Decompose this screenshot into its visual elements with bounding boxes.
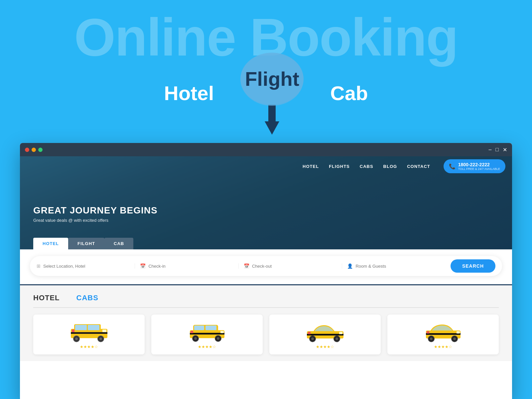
svg-rect-37 [427, 331, 429, 333]
svg-rect-21 [191, 331, 193, 333]
checkout-input[interactable] [252, 264, 337, 269]
phone-icon: 📞 [449, 163, 456, 170]
rooms-input[interactable] [355, 264, 440, 269]
phone-number: 1800-222-2222 [458, 162, 500, 167]
category-options: Hotel Flight Cab [164, 52, 368, 135]
tab-flight[interactable]: FILGHT [68, 238, 104, 249]
tab-cab[interactable]: CAB [104, 238, 133, 249]
bottom-section: HOTEL CABS [20, 285, 512, 361]
hero-section: HOTEL FLIGHTS CABS BLOG CONTACT 📞 1800-2… [20, 156, 512, 249]
hero-subtitle: Great value deals @ with excited offers [33, 218, 158, 223]
checkin-field[interactable]: 📅 [140, 263, 238, 269]
svg-rect-10 [72, 330, 74, 332]
rooms-field[interactable]: 👤 [347, 263, 445, 269]
checkin-input[interactable] [148, 264, 233, 269]
browser-window: – □ ✕ HOTEL FLIGHTS CABS BLOG CONTACT 📞 [20, 143, 512, 399]
dot-minimize[interactable] [32, 148, 36, 152]
svg-rect-2 [75, 325, 87, 330]
search-bar: ⊞ 📅 📅 👤 SEARCH [20, 249, 512, 285]
car-image-compact [423, 320, 463, 343]
car-image-sedan [305, 320, 345, 343]
section-tab-hotel[interactable]: HOTEL [33, 294, 60, 302]
category-hotel[interactable]: Hotel [164, 82, 214, 105]
car-stars-compact: ★★★★☆ [434, 344, 452, 349]
category-selector: Hotel Flight Cab [0, 0, 532, 143]
svg-rect-9 [102, 330, 106, 332]
svg-point-24 [311, 337, 314, 340]
minimize-icon[interactable]: – [488, 147, 491, 153]
rooms-icon: 👤 [347, 263, 353, 269]
svg-rect-3 [88, 325, 99, 330]
browser-chrome: – □ ✕ [20, 143, 512, 156]
booking-tabs: HOTEL FILGHT CAB [33, 238, 133, 249]
cars-grid: ★★★★☆ [33, 315, 499, 354]
phone-button[interactable]: 📞 1800-222-2222 TOLL FREE & 24/7 AVAILAB… [444, 159, 505, 173]
car-card-suv[interactable]: ★★★★☆ [151, 315, 263, 354]
toll-free-text: TOLL FREE & 24/7 AVAILABLE [458, 167, 500, 171]
search-fields: ⊞ 📅 📅 👤 SEARCH [30, 256, 502, 276]
arrow-shaft [268, 105, 276, 121]
svg-rect-27 [307, 334, 343, 335]
section-tab-cabs[interactable]: CABS [76, 294, 98, 302]
svg-rect-36 [457, 331, 460, 333]
car-stars-suv: ★★★★☆ [198, 344, 216, 349]
svg-point-18 [217, 337, 219, 340]
svg-rect-13 [194, 326, 204, 330]
svg-point-7 [99, 337, 102, 340]
car-stars-sedan: ★★★★☆ [316, 344, 334, 349]
hero-text: GREAT JOURNEY BEGINS Great value deals @… [33, 205, 158, 223]
nav-hotel[interactable]: HOTEL [303, 164, 319, 169]
car-image-suv [187, 320, 227, 343]
location-field[interactable]: ⊞ [37, 263, 135, 269]
svg-point-34 [453, 337, 456, 340]
svg-point-26 [335, 337, 338, 340]
location-icon: ⊞ [37, 263, 41, 269]
hero-title: GREAT JOURNEY BEGINS [33, 205, 158, 216]
browser-dots [25, 148, 43, 152]
svg-point-16 [194, 337, 197, 340]
category-flight-container: Flight [240, 53, 304, 135]
svg-point-5 [75, 337, 78, 340]
arrow-head [265, 121, 279, 135]
checkin-icon: 📅 [140, 263, 146, 269]
restore-icon[interactable]: □ [495, 147, 499, 153]
category-cab[interactable]: Cab [330, 82, 368, 105]
search-button[interactable]: SEARCH [451, 259, 495, 273]
svg-rect-20 [220, 331, 224, 333]
car-image-van [69, 320, 109, 343]
dot-maximize[interactable] [38, 148, 43, 152]
nav-contact[interactable]: CONTACT [407, 164, 430, 169]
tab-hotel[interactable]: HOTEL [33, 238, 68, 249]
svg-rect-19 [190, 333, 224, 334]
section-tabs: HOTEL CABS [33, 294, 499, 308]
svg-rect-8 [71, 332, 107, 334]
navigation: HOTEL FLIGHTS CABS BLOG CONTACT 📞 1800-2… [20, 156, 512, 176]
svg-rect-29 [308, 332, 311, 334]
nav-links: HOTEL FLIGHTS CABS BLOG CONTACT 📞 1800-2… [303, 159, 505, 173]
close-icon[interactable]: ✕ [503, 147, 507, 153]
flight-pin-circle: Flight [240, 53, 304, 105]
car-card-sedan[interactable]: ★★★★☆ [269, 315, 381, 354]
checkout-icon: 📅 [244, 263, 249, 269]
svg-rect-14 [205, 326, 216, 330]
nav-flights[interactable]: FLIGHTS [329, 164, 350, 169]
car-card-compact[interactable]: ★★★★☆ [387, 315, 499, 354]
car-card-van[interactable]: ★★★★☆ [33, 315, 145, 354]
website-content: HOTEL FLIGHTS CABS BLOG CONTACT 📞 1800-2… [20, 156, 512, 399]
svg-rect-35 [426, 333, 461, 335]
category-flight[interactable]: Flight [240, 53, 304, 106]
svg-rect-28 [339, 332, 342, 334]
location-input[interactable] [43, 264, 130, 269]
dot-close[interactable] [25, 148, 29, 152]
car-stars-van: ★★★★☆ [80, 344, 98, 349]
checkout-field[interactable]: 📅 [244, 263, 342, 269]
nav-blog[interactable]: BLOG [383, 164, 397, 169]
flight-arrow [265, 105, 279, 135]
svg-point-32 [430, 337, 433, 340]
browser-controls: – □ ✕ [488, 147, 507, 153]
nav-cabs[interactable]: CABS [360, 164, 373, 169]
